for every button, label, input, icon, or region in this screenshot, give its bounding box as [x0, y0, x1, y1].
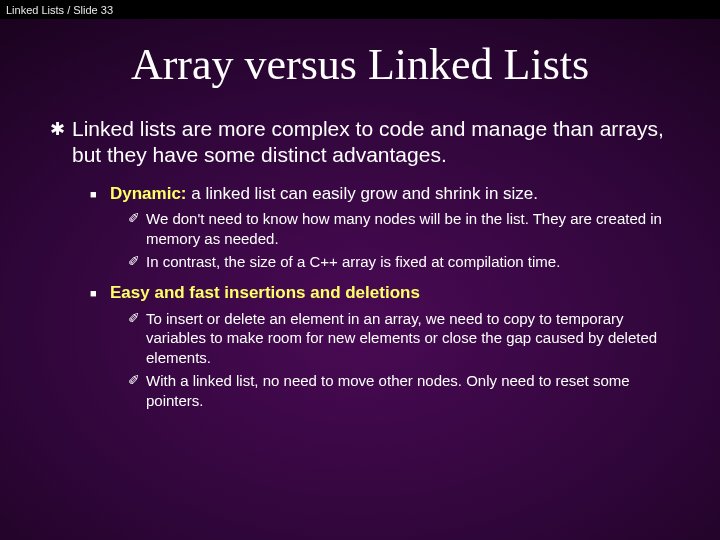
level1-text: Linked lists are more complex to code an… [72, 116, 670, 169]
bullet-level3: ✐ With a linked list, no need to move ot… [128, 371, 670, 410]
level3-text: We don't need to know how many nodes wil… [146, 209, 670, 248]
square-icon: ■ [90, 183, 110, 206]
level2-text: Easy and fast insertions and deletions [110, 282, 670, 305]
slide-title: Array versus Linked Lists [0, 39, 720, 90]
slide-body: ✱ Linked lists are more complex to code … [0, 116, 720, 410]
pencil-icon: ✐ [128, 209, 146, 248]
pencil-icon: ✐ [128, 252, 146, 272]
breadcrumb: Linked Lists / Slide 33 [0, 0, 720, 19]
level2-rest: a linked list can easily grow and shrink… [187, 184, 539, 203]
slide: Linked Lists / Slide 33 Array versus Lin… [0, 0, 720, 540]
pencil-icon: ✐ [128, 371, 146, 410]
level3-text: With a linked list, no need to move othe… [146, 371, 670, 410]
pencil-icon: ✐ [128, 309, 146, 368]
asterisk-icon: ✱ [50, 116, 72, 169]
bullet-level1: ✱ Linked lists are more complex to code … [50, 116, 670, 169]
level2-label: Dynamic: [110, 184, 187, 203]
level2-text: Dynamic: a linked list can easily grow a… [110, 183, 670, 206]
level3-text: In contrast, the size of a C++ array is … [146, 252, 670, 272]
square-icon: ■ [90, 282, 110, 305]
bullet-level3: ✐ In contrast, the size of a C++ array i… [128, 252, 670, 272]
bullet-level3: ✐ We don't need to know how many nodes w… [128, 209, 670, 248]
bullet-level2: ■ Dynamic: a linked list can easily grow… [90, 183, 670, 206]
bullet-level2: ■ Easy and fast insertions and deletions [90, 282, 670, 305]
level2-label: Easy and fast insertions and deletions [110, 283, 420, 302]
level3-text: To insert or delete an element in an arr… [146, 309, 670, 368]
bullet-level3: ✐ To insert or delete an element in an a… [128, 309, 670, 368]
